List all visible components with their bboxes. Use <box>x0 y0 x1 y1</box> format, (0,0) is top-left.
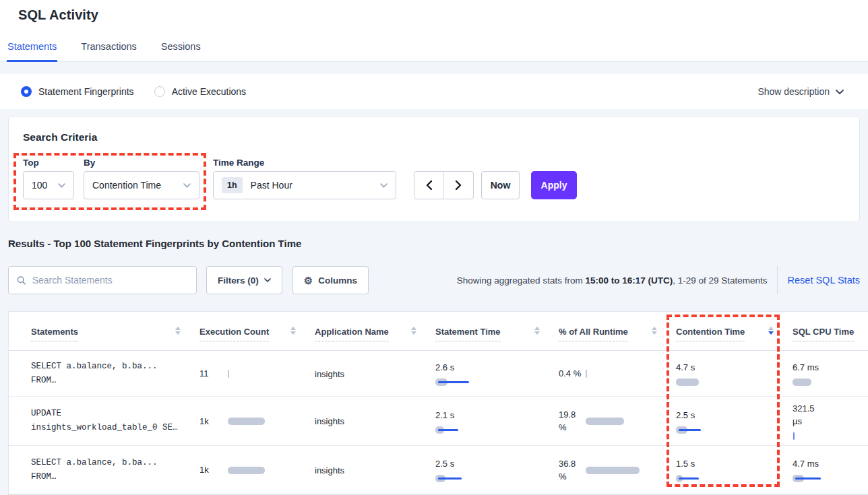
sort-asc-icon <box>768 327 774 330</box>
sort-icon[interactable] <box>534 327 540 335</box>
time-range-value: Past Hour <box>251 180 292 191</box>
results-heading: Results - Top 100 Statement Fingerprints… <box>8 238 301 249</box>
value-bar <box>676 378 743 386</box>
toolbar-divider <box>777 266 778 294</box>
now-button[interactable]: Now <box>481 171 520 199</box>
column-header-label[interactable]: SQL CPU Time <box>793 327 854 341</box>
cell-value: 4.7 ms <box>793 457 868 470</box>
bar-gray-segment <box>793 378 811 386</box>
time-range-picker[interactable]: 1h Past Hour <box>213 171 396 199</box>
bar-gray-segment <box>676 378 699 386</box>
tab-sessions[interactable]: Sessions <box>160 41 202 62</box>
pct-of-runtime-cell: 19.8% <box>559 408 676 434</box>
columns-label: Columns <box>318 275 357 286</box>
statements-table: StatementsExecution CountApplication Nam… <box>8 311 868 495</box>
cell-value: 2.5 s <box>435 457 559 470</box>
page-title: SQL Activity <box>18 7 98 23</box>
bar-gray-segment <box>586 418 624 425</box>
column-header-label[interactable]: Statements <box>31 327 78 341</box>
statement-fingerprint-cell[interactable]: SELECT a.balance, b.ba...FROM… <box>31 456 199 484</box>
value-bar <box>586 417 653 425</box>
filters-button[interactable]: Filters (0) <box>206 266 282 294</box>
statement-time-cell: 2.5 s <box>435 457 559 482</box>
table-row[interactable]: SELECT a.balance, b.ba...FROM…1kinsights… <box>9 446 868 494</box>
columns-button[interactable]: ⚙ Columns <box>292 266 369 294</box>
search-criteria-card: Search Criteria Top By Time Range 100 Co… <box>8 116 860 222</box>
sort-asc-icon <box>290 327 296 330</box>
bar-blue-tick <box>793 432 795 440</box>
sort-desc-icon <box>290 331 296 335</box>
radio-label: Statement Fingerprints <box>38 86 134 97</box>
contention-time-cell: 4.7 s <box>676 361 793 386</box>
sort-desc-icon <box>534 331 540 335</box>
cell-value: 2.5 s <box>676 409 793 422</box>
table-row[interactable]: SELECT a.balance, b.ba...FROM…11insights… <box>9 351 868 397</box>
table-row[interactable]: UPDATEinsights_workload_table_0 SE…1kins… <box>9 397 868 446</box>
radio-unselected-icon[interactable] <box>154 86 165 97</box>
radio-selected-icon[interactable] <box>21 86 32 97</box>
sort-icon[interactable] <box>290 327 296 335</box>
previous-time-button[interactable] <box>414 172 444 199</box>
column-header-contention-time: Contention Time <box>676 325 793 350</box>
time-range-label: Time Range <box>213 158 264 168</box>
show-description-toggle[interactable]: Show description <box>757 86 844 97</box>
sql-cpu-time-cell: 4.7 ms <box>793 457 868 482</box>
sort-icon[interactable] <box>768 327 774 335</box>
reset-sql-stats-link[interactable]: Reset SQL Stats <box>788 275 860 286</box>
top-select[interactable]: 100 <box>23 171 74 199</box>
column-header-label[interactable]: Execution Count <box>199 327 269 341</box>
cell-value: 2.1 s <box>435 409 559 422</box>
cell-value: 2.6 s <box>435 361 559 374</box>
chevron-down-icon <box>58 183 65 188</box>
stats-time-range: 15:00 to 16:17 (UTC) <box>585 275 673 286</box>
by-select[interactable]: Contention Time <box>84 171 199 199</box>
value-bar <box>676 474 743 482</box>
application-name-cell: insights <box>315 464 435 476</box>
search-statements-box[interactable] <box>8 266 197 294</box>
sort-desc-icon <box>175 331 181 335</box>
sort-desc-icon <box>411 331 416 335</box>
column-header-label[interactable]: Application Name <box>315 327 389 341</box>
statement-sql-text: SELECT a.balance, b.ba...FROM… <box>31 360 199 388</box>
execution-count-value: 11 <box>199 368 228 378</box>
by-label: By <box>84 158 95 168</box>
filters-label: Filters (0) <box>218 275 259 286</box>
chevron-down-icon <box>264 278 271 282</box>
column-header-label[interactable]: Contention Time <box>676 327 745 341</box>
value-bar <box>228 417 295 425</box>
search-statements-input[interactable] <box>32 275 188 286</box>
value-bar <box>793 432 860 440</box>
chevron-right-icon <box>456 180 462 190</box>
column-header-of-all-runtime: % of All Runtime <box>559 325 676 350</box>
application-name-value: insights <box>315 416 344 426</box>
bar-blue-line <box>679 477 699 480</box>
bar-blue-line <box>679 429 701 431</box>
tab-statements[interactable]: Statements <box>7 41 57 62</box>
aggregated-stats-text: Showing aggregated stats from 15:00 to 1… <box>457 275 768 286</box>
pct-of-runtime-cell: 0.4 % <box>559 367 676 380</box>
table-body: SELECT a.balance, b.ba...FROM…11insights… <box>9 351 868 494</box>
time-range-nav <box>414 171 474 199</box>
cell-value: 321.5µs <box>793 402 868 428</box>
execution-count-value: 1k <box>199 416 228 426</box>
bar-blue-line <box>795 477 821 480</box>
tab-transactions[interactable]: Transactions <box>80 41 137 62</box>
radio-statement-fingerprints[interactable]: Statement Fingerprints <box>21 86 134 97</box>
execution-count-cell: 1k <box>199 465 315 475</box>
statement-fingerprint-cell[interactable]: UPDATEinsights_workload_table_0 SE… <box>31 407 199 435</box>
sort-icon[interactable] <box>175 327 181 335</box>
column-header-label[interactable]: % of All Runtime <box>559 327 628 341</box>
column-header-label[interactable]: Statement Time <box>435 327 501 341</box>
sql-cpu-time-cell: 6.7 ms <box>793 361 868 386</box>
value-bar <box>228 466 295 474</box>
apply-button[interactable]: Apply <box>531 171 577 199</box>
sort-icon[interactable] <box>411 327 416 335</box>
statement-time-cell: 2.6 s <box>435 361 559 386</box>
sort-icon[interactable] <box>652 327 657 335</box>
radio-active-executions[interactable]: Active Executions <box>154 86 247 97</box>
statement-fingerprint-cell[interactable]: SELECT a.balance, b.ba...FROM… <box>31 360 199 388</box>
chevron-left-icon <box>426 180 432 190</box>
column-header-statements: Statements <box>31 325 199 350</box>
bar-gray-segment <box>586 370 587 378</box>
next-time-button[interactable] <box>444 172 474 199</box>
